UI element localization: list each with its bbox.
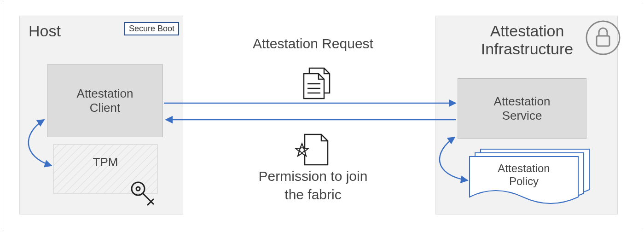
attestation-service-label-1: Attestation xyxy=(494,94,551,109)
attestation-request-label: Attestation Request xyxy=(221,36,405,52)
secure-boot-badge: Secure Boot xyxy=(124,22,179,35)
host-title: Host xyxy=(29,22,61,40)
ai-title-line2: Infrastructure xyxy=(481,40,573,58)
policy-label-1: Attestation xyxy=(498,162,550,174)
tpm-label: TPM xyxy=(93,155,118,169)
policy-label-2: Policy xyxy=(509,175,539,187)
attestation-infra-title: Attestation Infrastructure xyxy=(465,22,589,58)
permission-label-1: Permission to join xyxy=(221,168,405,184)
attestation-service-box: Attestation Service xyxy=(458,78,586,139)
permission-label-2: the fabric xyxy=(221,187,405,203)
attestation-client-label-1: Attestation xyxy=(77,87,133,101)
ai-title-line1: Attestation xyxy=(490,22,564,40)
attestation-client-box: Attestation Client xyxy=(47,64,163,137)
attestation-service-label-2: Service xyxy=(502,109,542,123)
attestation-client-label-2: Client xyxy=(90,101,120,115)
tpm-box: TPM xyxy=(53,145,157,193)
attestation-policy-box: Attestation Policy xyxy=(470,162,578,188)
